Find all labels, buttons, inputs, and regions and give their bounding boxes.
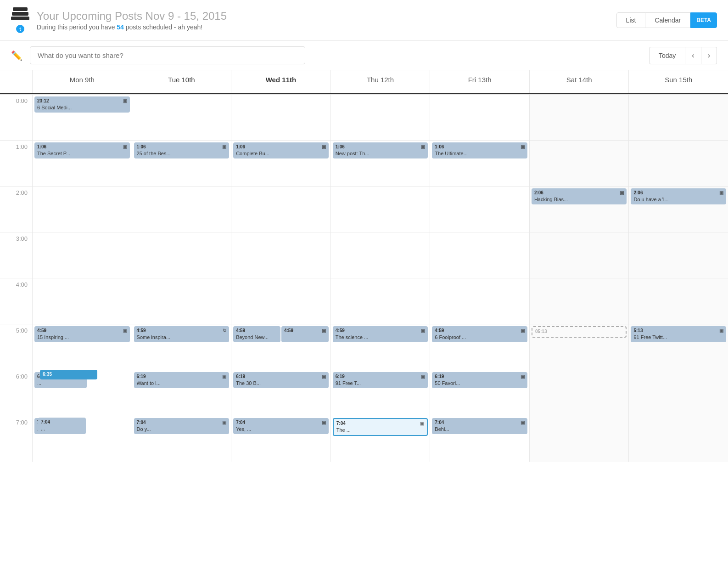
toolbar: ✏️ Today ‹ › (0, 41, 728, 70)
post-card[interactable]: 5:13▣ 91 Free Twitt... (631, 326, 726, 342)
time-label-0: 0:00 (0, 94, 32, 140)
post-card[interactable]: 1:06▣ The Secret P... (34, 142, 130, 158)
slot-sat-1 (530, 140, 629, 186)
post-card[interactable]: 4:59 Beyond New... (233, 326, 280, 342)
post-card-outlined[interactable]: 7:04▣ The ... (333, 418, 428, 436)
slot-wed-6: 6:19▣ The 30 B... (231, 370, 330, 416)
slot-thu-2 (331, 186, 430, 232)
post-card-2[interactable]: 7:04 ... (38, 418, 86, 434)
day-col-thu: 1:06▣ New post: Th... 4:59▣ The science … (330, 94, 430, 462)
day-col-sun: 2:06▣ Do u have a 'l... 5:13▣ 91 Free Tw… (628, 94, 728, 462)
time-label-5: 5:00 (0, 324, 32, 370)
slot-thu-0 (331, 94, 430, 140)
day-header-wed: Wed 11th (231, 70, 330, 93)
time-label-6: 6:00 (0, 370, 32, 416)
slot-sun-2: 2:06▣ Do u have a 'l... (629, 186, 728, 232)
day-header-thu: Thu 12th (330, 70, 430, 93)
slot-fri-6: 6:19▣ 50 Favori... (430, 370, 529, 416)
slot-sun-5: 5:13▣ 91 Free Twitt... (629, 324, 728, 370)
day-header-mon: Mon 9th (32, 70, 132, 93)
post-card-blue[interactable]: 6:35 (40, 370, 97, 379)
slot-sun-1 (629, 140, 728, 186)
day-header-fri: Fri 13th (430, 70, 529, 93)
next-button[interactable]: › (701, 47, 717, 64)
slot-tue-0 (132, 94, 231, 140)
slot-wed-1: 1:06▣ Complete Bu... (231, 140, 330, 186)
slot-sat-5: 05:13 (530, 324, 629, 370)
slot-tue-5: 4:59↻ Some inspira... (132, 324, 231, 370)
compose-icon[interactable]: ✏️ (11, 50, 22, 61)
slot-sat-0 (530, 94, 629, 140)
post-card[interactable]: 6:19▣ The 30 B... (233, 372, 329, 388)
post-card[interactable]: 1:06▣ New post: Th... (333, 142, 428, 158)
post-card[interactable]: 23:12▣ 6 Social Medi... (34, 96, 130, 113)
slot-thu-6: 6:19▣ 91 Free T... (331, 370, 430, 416)
day-col-fri: 1:06▣ The Ultimate... 4:59▣ 6 Foolproof … (430, 94, 529, 462)
prev-button[interactable]: ‹ (685, 47, 701, 64)
time-label-3: 3:00 (0, 232, 32, 278)
slot-fri-1: 1:06▣ The Ultimate... (430, 140, 529, 186)
post-card-2[interactable]: 4:59▣ (281, 326, 329, 342)
slot-sat-7 (530, 416, 629, 462)
header: t Your Upcoming Posts Nov 9 - 15, 2015 D… (0, 0, 728, 41)
post-card[interactable]: 6:19▣ 50 Favori... (432, 372, 527, 388)
slot-wed-3 (231, 232, 330, 278)
slot-mon-5: 4:59▣ 15 Inspiring ... (33, 324, 132, 370)
slot-thu-5: 4:59▣ The science ... (331, 324, 430, 370)
post-card[interactable]: 4:59↻ Some inspira... (134, 326, 230, 342)
post-card[interactable]: 4:59▣ 15 Inspiring ... (34, 326, 130, 342)
slot-tue-6: 6:19▣ Want to l... (132, 370, 231, 416)
compose-input[interactable] (30, 46, 305, 64)
slot-tue-7: 7:04▣ Do y... (132, 416, 231, 462)
slot-sun-3 (629, 232, 728, 278)
post-card-dashed[interactable]: 05:13 (532, 326, 627, 338)
logo: t (11, 7, 29, 33)
post-card[interactable]: 4:59▣ 6 Foolproof ... (432, 326, 527, 342)
slot-mon-0: 23:12▣ 6 Social Medi... (33, 94, 132, 140)
day-col-wed: 1:06▣ Complete Bu... 4:59 Beyond New... … (231, 94, 330, 462)
post-card[interactable]: 2:06▣ Hacking Bias... (532, 188, 627, 204)
list-view-button[interactable]: List (616, 12, 646, 28)
time-label-1: 1:00 (0, 140, 32, 186)
beta-button[interactable]: BETA (690, 12, 717, 28)
slot-thu-1: 1:06▣ New post: Th... (331, 140, 430, 186)
post-card[interactable]: 6:19▣ Want to l... (134, 372, 230, 388)
slot-thu-4 (331, 278, 430, 324)
slot-mon-6: 6:09 ... 6:35 (33, 370, 132, 416)
post-card[interactable]: 1:06▣ 25 of the Bes... (134, 142, 230, 158)
today-button[interactable]: Today (649, 47, 685, 64)
post-card[interactable]: 7:04▣ Yes, ... (233, 418, 329, 434)
view-toggle: List Calendar BETA (616, 12, 717, 28)
post-card[interactable]: 1:06▣ The Ultimate... (432, 142, 527, 158)
slot-thu-3 (331, 232, 430, 278)
slot-mon-4 (33, 278, 132, 324)
slot-fri-0 (430, 94, 529, 140)
post-card[interactable]: 6:19▣ 91 Free T... (333, 372, 428, 388)
calendar-view-button[interactable]: Calendar (645, 12, 690, 28)
post-card[interactable]: 7:04▣ Behi... (432, 418, 527, 434)
slot-wed-4 (231, 278, 330, 324)
twitter-badge: t (16, 25, 24, 33)
slot-wed-7: 7:04▣ Yes, ... (231, 416, 330, 462)
slot-sat-6 (530, 370, 629, 416)
post-card[interactable]: 2:06▣ Do u have a 'l... (631, 188, 726, 204)
slot-mon-2 (33, 186, 132, 232)
slot-fri-2 (430, 186, 529, 232)
slot-sat-4 (530, 278, 629, 324)
post-card[interactable]: 4:59▣ The science ... (333, 326, 428, 342)
day-col-sat: 2:06▣ Hacking Bias... 05:13 (529, 94, 629, 462)
slot-tue-3 (132, 232, 231, 278)
post-card[interactable]: 1:06▣ Complete Bu... (233, 142, 329, 158)
slot-wed-5: 4:59 Beyond New... 4:59▣ (231, 324, 330, 370)
slot-sun-7 (629, 416, 728, 462)
slot-wed-2 (231, 186, 330, 232)
subtitle: During this period you have 54 posts sch… (37, 23, 616, 31)
slot-tue-1: 1:06▣ 25 of the Bes... (132, 140, 231, 186)
calendar: Mon 9th Tue 10th Wed 11th Thu 12th Fri 1… (0, 70, 728, 462)
slot-sat-2: 2:06▣ Hacking Bias... (530, 186, 629, 232)
slot-fri-5: 4:59▣ 6 Foolproof ... (430, 324, 529, 370)
slot-mon-3 (33, 232, 132, 278)
slot-fri-4 (430, 278, 529, 324)
post-card[interactable]: 7:04▣ Do y... (134, 418, 230, 434)
day-col-tue: 1:06▣ 25 of the Bes... 4:59↻ Some inspir… (132, 94, 231, 462)
